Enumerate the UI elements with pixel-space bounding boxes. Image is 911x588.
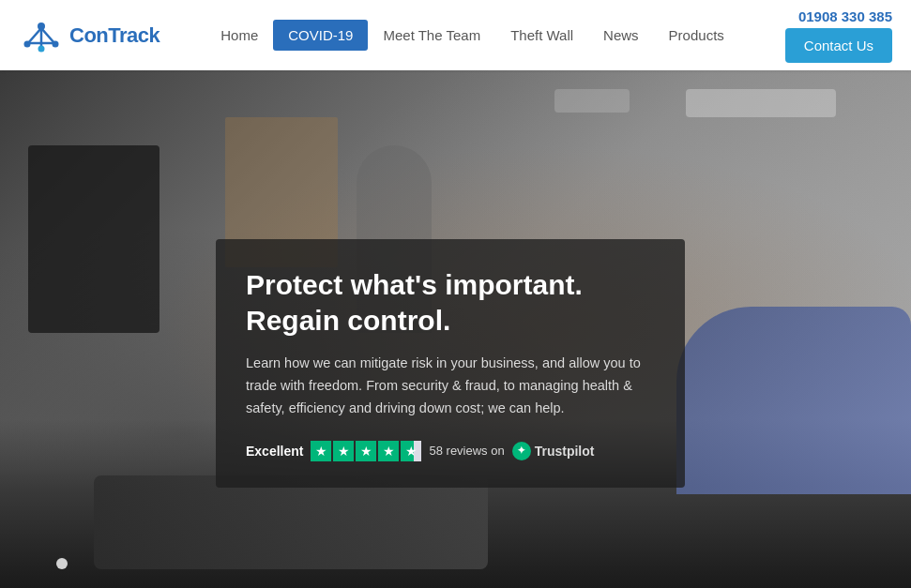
trustpilot-logo[interactable]: ✦ Trustpilot bbox=[512, 442, 595, 460]
trustpilot-stars: ★ ★ ★ ★ ★ bbox=[311, 441, 421, 461]
svg-line-1 bbox=[41, 28, 54, 43]
nav-theft-wall[interactable]: Theft Wall bbox=[495, 20, 588, 51]
trustpilot-widget: Excellent ★ ★ ★ ★ ★ 58 reviews on ✦ Trus… bbox=[246, 441, 655, 461]
slider-dot[interactable] bbox=[56, 558, 68, 569]
main-nav: Home COVID-19 Meet The Team Theft Wall N… bbox=[205, 20, 739, 51]
phone-contact-area: 01908 330 385 Contact Us bbox=[785, 8, 892, 63]
trustpilot-logo-text: Trustpilot bbox=[535, 444, 595, 459]
nav-covid[interactable]: COVID-19 bbox=[273, 20, 368, 51]
svg-line-0 bbox=[28, 28, 41, 43]
hero-title: Protect what's important.Regain control. bbox=[246, 267, 655, 338]
phone-number[interactable]: 01908 330 385 bbox=[798, 8, 892, 24]
hero-content-box: Protect what's important.Regain control.… bbox=[216, 239, 685, 488]
trustpilot-reviews-text: 58 reviews on bbox=[429, 444, 504, 458]
star-3: ★ bbox=[356, 441, 376, 461]
star-2: ★ bbox=[333, 441, 354, 461]
svg-point-4 bbox=[38, 23, 45, 30]
svg-point-7 bbox=[38, 45, 45, 52]
hero-monitor bbox=[28, 145, 159, 333]
hero-subtitle: Learn how we can mitigate risk in your b… bbox=[246, 353, 655, 420]
bg-light-fixture bbox=[686, 89, 836, 117]
star-1: ★ bbox=[311, 441, 331, 461]
svg-point-5 bbox=[24, 40, 31, 47]
nav-products[interactable]: Products bbox=[654, 20, 739, 51]
site-header: ConTrack Home COVID-19 Meet The Team The… bbox=[0, 0, 911, 70]
bg-light-fixture-2 bbox=[554, 89, 630, 113]
nav-meet-the-team[interactable]: Meet The Team bbox=[368, 20, 495, 51]
hero-section: Protect what's important.Regain control.… bbox=[0, 70, 911, 588]
hero-hand bbox=[676, 307, 911, 494]
trustpilot-excellent-label: Excellent bbox=[246, 444, 303, 459]
logo-icon bbox=[19, 13, 64, 58]
trustpilot-logo-icon: ✦ bbox=[512, 442, 531, 460]
svg-point-6 bbox=[53, 40, 59, 47]
star-4: ★ bbox=[378, 441, 399, 461]
nav-home[interactable]: Home bbox=[205, 20, 273, 51]
hero-keyboard bbox=[94, 475, 488, 569]
star-5-half: ★ bbox=[401, 441, 421, 461]
logo[interactable]: ConTrack bbox=[19, 13, 159, 58]
logo-text: ConTrack bbox=[69, 23, 159, 48]
nav-news[interactable]: News bbox=[588, 20, 654, 51]
contact-us-button[interactable]: Contact Us bbox=[785, 28, 892, 63]
